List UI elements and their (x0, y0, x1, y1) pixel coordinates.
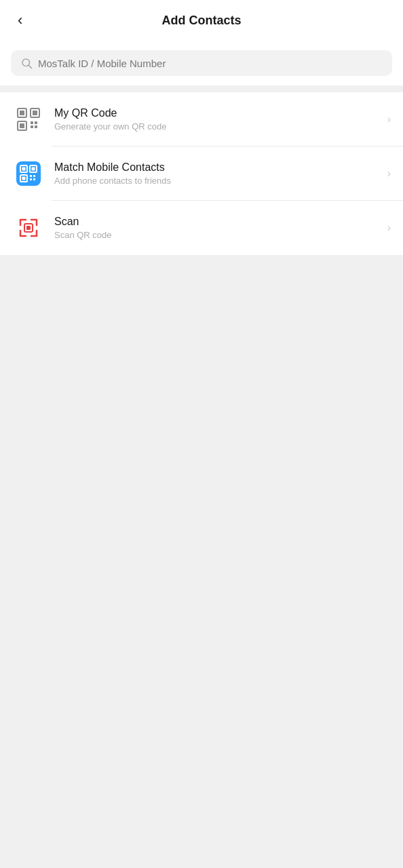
chevron-right-icon: › (387, 222, 391, 234)
svg-line-1 (28, 65, 31, 68)
background-area (0, 255, 403, 797)
page-title: Add Contacts (162, 14, 242, 28)
svg-rect-8 (31, 121, 33, 124)
menu-item-match-contacts-title: Match Mobile Contacts (54, 161, 387, 174)
svg-rect-9 (35, 121, 37, 124)
search-icon (20, 57, 33, 69)
menu-item-my-qr-code[interactable]: My QR Code Generate your own QR code › (0, 92, 403, 146)
svg-rect-14 (22, 167, 26, 171)
menu-item-scan-title: Scan (54, 216, 387, 228)
chevron-right-icon: › (387, 113, 391, 125)
menu-item-scan-text: Scan Scan QR code (54, 216, 387, 240)
menu-item-my-qr-code-text: My QR Code Generate your own QR code (54, 107, 387, 132)
back-button[interactable]: ‹ (12, 7, 28, 33)
svg-rect-3 (20, 111, 24, 115)
menu-item-match-contacts[interactable]: Match Mobile Contacts Add phone contacts… (0, 146, 403, 201)
menu-list: My QR Code Generate your own QR code › (0, 92, 403, 255)
svg-rect-12 (16, 161, 41, 186)
menu-item-scan-subtitle: Scan QR code (54, 230, 387, 240)
menu-item-match-contacts-subtitle: Add phone contacts to friends (54, 176, 387, 186)
svg-rect-10 (31, 125, 33, 128)
svg-rect-19 (30, 175, 32, 177)
svg-rect-21 (30, 178, 32, 180)
qr-code-icon (12, 103, 45, 136)
scan-icon (12, 212, 45, 244)
back-arrow-icon: ‹ (18, 13, 22, 28)
menu-item-my-qr-code-title: My QR Code (54, 107, 387, 119)
svg-rect-18 (22, 177, 26, 180)
menu-item-my-qr-code-subtitle: Generate your own QR code (54, 121, 387, 132)
svg-rect-16 (32, 167, 35, 171)
menu-item-match-contacts-text: Match Mobile Contacts Add phone contacts… (54, 161, 387, 186)
svg-rect-7 (20, 123, 24, 128)
svg-rect-24 (26, 226, 31, 230)
header: ‹ Add Contacts (0, 0, 403, 41)
match-contacts-icon (12, 157, 45, 190)
search-input[interactable] (38, 58, 383, 69)
svg-rect-5 (33, 111, 37, 115)
menu-item-scan[interactable]: Scan Scan QR code › (0, 201, 403, 255)
section-divider (0, 85, 403, 92)
svg-rect-20 (33, 175, 35, 177)
svg-rect-11 (35, 125, 37, 128)
search-container (0, 41, 403, 85)
search-input-wrapper[interactable] (11, 50, 392, 76)
chevron-right-icon: › (387, 167, 391, 180)
svg-rect-22 (33, 178, 35, 180)
